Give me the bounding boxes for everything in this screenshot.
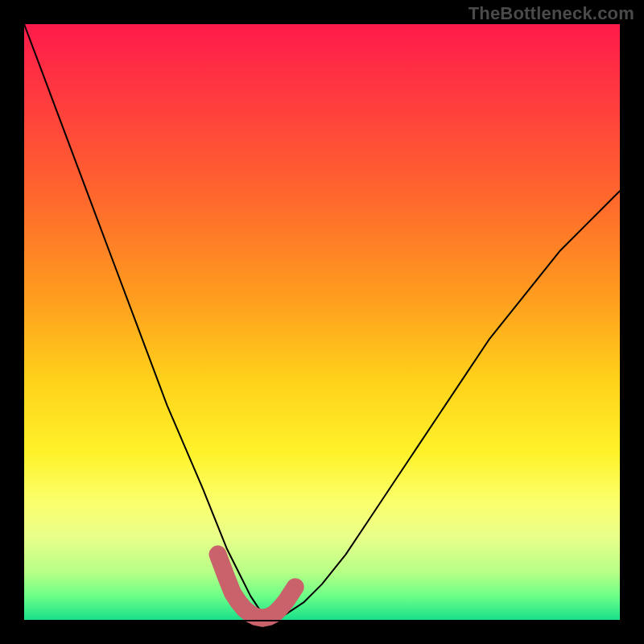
watermark-text: TheBottleneck.com bbox=[469, 3, 634, 24]
plot-background bbox=[24, 24, 620, 620]
bottleneck-chart bbox=[0, 0, 644, 644]
chart-stage: TheBottleneck.com bbox=[0, 0, 644, 644]
optimal-range-dot bbox=[215, 558, 226, 569]
